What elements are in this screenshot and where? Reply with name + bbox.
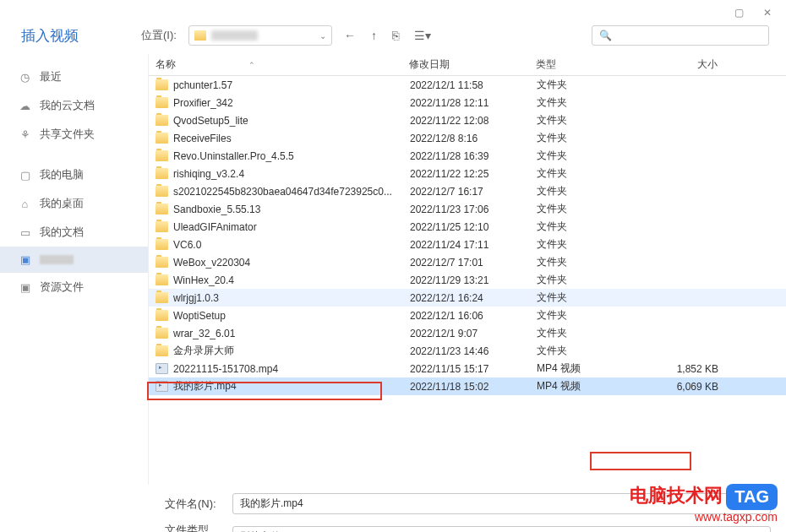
- file-row[interactable]: WinHex_20.42022/11/29 13:21文件夹: [149, 271, 786, 289]
- desktop-icon: ⌂: [19, 198, 31, 210]
- sidebar-item[interactable]: ▢我的电脑: [0, 160, 148, 189]
- back-icon[interactable]: ←: [344, 29, 356, 42]
- sidebar-item-label: 资源文件: [40, 280, 84, 295]
- file-date: 2022/11/22 12:08: [410, 115, 537, 127]
- file-name: ReceiveFiles: [173, 133, 410, 144]
- sidebar-item[interactable]: ⌂我的桌面: [0, 189, 148, 218]
- file-name: UleadGIFAnimator: [173, 221, 410, 233]
- video-file-icon: [156, 363, 168, 374]
- close-icon[interactable]: ✕: [761, 7, 773, 19]
- file-date: 2022/12/7 16:17: [410, 186, 537, 198]
- file-type: 文件夹: [537, 326, 651, 340]
- file-date: 2022/12/1 11:58: [410, 79, 537, 91]
- sidebar-item-label: 我的电脑: [40, 167, 84, 182]
- file-row[interactable]: 金舟录屏大师2022/11/23 14:46文件夹: [149, 342, 786, 360]
- sidebar-item[interactable]: ⚘共享文件夹: [0, 120, 148, 149]
- folder-icon: [156, 221, 168, 232]
- search-icon: 🔍: [599, 30, 612, 41]
- file-row[interactable]: UleadGIFAnimator2022/11/25 12:10文件夹: [149, 218, 786, 236]
- file-type: 文件夹: [537, 290, 651, 305]
- file-row[interactable]: WoptiSetup2022/12/1 16:06文件夹: [149, 307, 786, 324]
- file-row[interactable]: ReceiveFiles2022/12/8 8:16文件夹: [149, 129, 786, 147]
- file-name: Sandboxie_5.55.13: [173, 204, 410, 215]
- up-icon[interactable]: ↑: [371, 29, 377, 42]
- sort-arrow-icon: ⌃: [248, 61, 255, 69]
- file-row[interactable]: QvodSetup5_lite2022/11/22 12:08文件夹: [149, 111, 786, 129]
- file-row[interactable]: VC6.02022/11/24 17:11文件夹: [149, 236, 786, 253]
- sidebar-item-label: 共享文件夹: [40, 127, 95, 142]
- file-name: s2021022545b8230baea04647d34fe723925c0..…: [173, 186, 410, 198]
- file-date: 2022/12/8 8:16: [410, 133, 537, 144]
- cloud-icon: ☁: [19, 100, 31, 112]
- view-list-icon[interactable]: ☰▾: [414, 29, 431, 42]
- file-name: wrar_32_6.01: [173, 328, 410, 339]
- file-type: 文件夹: [537, 255, 651, 269]
- file-row[interactable]: Revo.Uninstaller.Pro_4.5.52022/11/28 16:…: [149, 147, 786, 165]
- file-date: 2022/11/29 13:21: [410, 274, 537, 286]
- file-size: 6,069 KB: [651, 381, 727, 393]
- path-dropdown[interactable]: ⌄: [188, 25, 332, 46]
- folder-icon: [156, 239, 168, 250]
- share-icon: ⚘: [19, 128, 31, 141]
- file-row[interactable]: pchunter1.572022/12/1 11:58文件夹: [149, 76, 786, 94]
- maximize-icon[interactable]: ▢: [733, 7, 745, 19]
- file-row[interactable]: 20221115-151708.mp42022/11/15 15:17MP4 视…: [149, 360, 786, 377]
- folder-icon: [156, 115, 168, 126]
- file-name: VC6.0: [173, 239, 410, 251]
- file-row[interactable]: Sandboxie_5.55.132022/11/23 17:06文件夹: [149, 200, 786, 218]
- column-header: 名称⌃ 修改日期 类型 大小: [149, 54, 786, 76]
- file-list: pchunter1.572022/12/1 11:58文件夹Proxifier_…: [149, 76, 786, 485]
- path-text: [211, 30, 258, 41]
- file-date: 2022/12/1 16:24: [410, 292, 537, 304]
- monitor-icon: ▢: [19, 169, 31, 182]
- file-name: rishiqing_v3.2.4: [173, 168, 410, 180]
- file-row[interactable]: wrar_32_6.012022/12/1 9:07文件夹: [149, 324, 786, 342]
- file-type: 文件夹: [537, 149, 651, 163]
- col-size[interactable]: 大小: [650, 57, 726, 72]
- doc-icon: ▭: [19, 226, 31, 239]
- file-name: 我的影片.mp4: [173, 379, 410, 394]
- chevron-down-icon: ⌄: [756, 499, 763, 508]
- sidebar-item[interactable]: ▣: [0, 247, 148, 273]
- file-date: 2022/12/1 9:07: [410, 328, 537, 339]
- file-size: 1,852 KB: [651, 363, 727, 375]
- file-date: 2022/11/15 15:17: [410, 363, 537, 375]
- file-row[interactable]: Proxifier_3422022/11/28 12:11文件夹: [149, 94, 786, 111]
- folder-icon: [156, 150, 168, 161]
- new-folder-icon[interactable]: ⎘: [392, 29, 399, 42]
- search-box[interactable]: 🔍: [592, 25, 769, 46]
- file-date: 2022/12/7 17:01: [410, 257, 537, 269]
- file-type: 文件夹: [537, 131, 651, 145]
- sidebar-item[interactable]: ☁我的云文档: [0, 91, 148, 120]
- folder-icon: [156, 345, 168, 356]
- col-date[interactable]: 修改日期: [409, 57, 536, 72]
- sidebar-item[interactable]: ▣资源文件: [0, 273, 148, 301]
- sidebar-item[interactable]: ▭我的文档: [0, 218, 148, 247]
- file-name: WoptiSetup: [173, 310, 410, 322]
- file-row[interactable]: rishiqing_v3.2.42022/11/22 12:25文件夹: [149, 165, 786, 182]
- file-row[interactable]: wlrjgj1.0.32022/12/1 16:24文件夹: [149, 289, 786, 307]
- file-row[interactable]: WeBox_v2203042022/12/7 17:01文件夹: [149, 253, 786, 271]
- file-row[interactable]: 我的影片.mp42022/11/18 15:02MP4 视频6,069 KB: [149, 377, 786, 395]
- file-type: MP4 视频: [537, 361, 651, 376]
- file-name: WinHex_20.4: [173, 274, 410, 286]
- sidebar-item-label: 我的桌面: [40, 196, 84, 211]
- file-name: pchunter1.57: [173, 79, 410, 91]
- dialog-title: 插入视频: [21, 26, 79, 46]
- file-name: Proxifier_342: [173, 97, 410, 109]
- file-name: QvodSetup5_lite: [173, 115, 410, 127]
- file-type: 文件夹: [537, 113, 651, 128]
- filename-input[interactable]: 我的影片.mp4 ⌄: [232, 493, 771, 514]
- sidebar-item[interactable]: ◷最近: [0, 62, 148, 91]
- file-row[interactable]: s2021022545b8230baea04647d34fe723925c0..…: [149, 182, 786, 200]
- sidebar: ◷最近☁我的云文档⚘共享文件夹▢我的电脑⌂我的桌面▭我的文档▣▣资源文件: [0, 54, 148, 485]
- filetype-dropdown[interactable]: 影片文件 (*.asf;*.asx;*.dvr-ms;*.wpl;*.wm;*.…: [232, 526, 771, 532]
- search-input[interactable]: [617, 30, 761, 41]
- file-date: 2022/12/1 16:06: [410, 310, 537, 322]
- file-type: 文件夹: [537, 308, 651, 323]
- sidebar-item-label: [40, 255, 74, 264]
- folder-icon: [156, 292, 168, 303]
- col-name[interactable]: 名称⌃: [156, 57, 409, 72]
- folder-icon: [156, 168, 168, 179]
- col-type[interactable]: 类型: [536, 57, 650, 72]
